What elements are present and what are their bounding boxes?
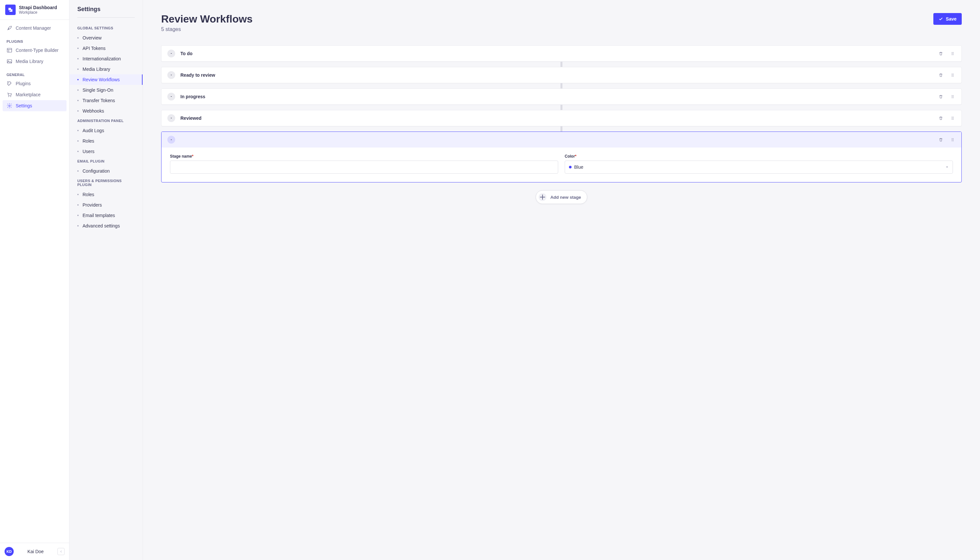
- nav-item-marketplace[interactable]: Marketplace: [3, 89, 67, 100]
- settings-item-label: Email templates: [83, 213, 115, 218]
- settings-item-roles[interactable]: Roles: [70, 189, 143, 200]
- settings-section-header: USERS & PERMISSIONS PLUGIN: [70, 176, 143, 189]
- settings-item-label: Overview: [83, 35, 101, 40]
- nav-item-content-type-builder[interactable]: Content-Type Builder: [3, 45, 67, 56]
- stage-connector: [561, 62, 562, 67]
- settings-item-label: API Tokens: [83, 46, 106, 51]
- layout-icon: [7, 47, 12, 53]
- feather-icon: [7, 25, 12, 31]
- drag-handle[interactable]: [950, 115, 955, 121]
- avatar[interactable]: KD: [5, 547, 14, 556]
- stage-card: To do: [161, 45, 962, 62]
- drag-handle[interactable]: [950, 72, 955, 78]
- drag-handle[interactable]: [950, 94, 955, 100]
- add-stage-button[interactable]: Add new stage: [536, 190, 587, 204]
- settings-item-webhooks[interactable]: Webhooks: [70, 106, 143, 116]
- stage-header: In progress: [161, 89, 962, 105]
- color-swatch: [569, 166, 572, 168]
- bullet-icon: [77, 140, 78, 142]
- settings-item-label: Transfer Tokens: [83, 98, 115, 103]
- stage-card-expanded: Stage name* Color* Blue: [161, 132, 962, 182]
- nav-item-label: Media Library: [16, 59, 43, 64]
- user-name: Kai Doe: [18, 549, 53, 554]
- trash-icon: [938, 137, 943, 142]
- puzzle-icon: [7, 81, 12, 87]
- stage-name-label: To do: [180, 51, 933, 56]
- plus-icon: [539, 173, 546, 222]
- bullet-icon: [77, 37, 78, 38]
- collapse-nav-button[interactable]: [57, 548, 65, 555]
- nav-item-plugins[interactable]: Plugins: [3, 78, 67, 89]
- page-title: Review Workflows: [161, 13, 253, 25]
- settings-item-configuration[interactable]: Configuration: [70, 166, 143, 176]
- stage-header: Ready to review: [161, 67, 962, 83]
- settings-item-overview[interactable]: Overview: [70, 33, 143, 43]
- stage-name-label: In progress: [180, 94, 933, 99]
- delete-stage-button[interactable]: [938, 72, 944, 78]
- delete-stage-button[interactable]: [938, 94, 944, 100]
- nav-item-settings[interactable]: Settings: [3, 100, 67, 111]
- stage-card: Reviewed: [161, 110, 962, 126]
- stage-expand-toggle[interactable]: [167, 71, 175, 79]
- settings-item-api-tokens[interactable]: API Tokens: [70, 43, 143, 53]
- settings-item-providers[interactable]: Providers: [70, 200, 143, 210]
- settings-item-internationalization[interactable]: Internationalization: [70, 53, 143, 64]
- settings-item-advanced-settings[interactable]: Advanced settings: [70, 221, 143, 231]
- stage-expand-toggle[interactable]: [167, 50, 175, 57]
- bullet-icon: [77, 170, 78, 172]
- settings-item-label: Webhooks: [83, 108, 104, 113]
- settings-section-header: GLOBAL SETTINGS: [70, 23, 143, 33]
- nav-item-content-manager[interactable]: Content Manager: [3, 23, 67, 33]
- stage-connector: [561, 126, 562, 132]
- page-header: Review Workflows 5 stages Save: [161, 13, 962, 32]
- stage-name-input[interactable]: [170, 160, 558, 173]
- nav-item-label: Content-Type Builder: [16, 48, 59, 53]
- brand-header: Strapi Dashboard Workplace: [0, 0, 69, 20]
- settings-item-roles[interactable]: Roles: [70, 136, 143, 146]
- stage-collapse-toggle[interactable]: [167, 136, 175, 143]
- delete-stage-button[interactable]: [938, 115, 944, 121]
- caret-down-icon: [170, 117, 173, 120]
- plus-circle-icon: [539, 193, 546, 201]
- drag-icon: [950, 137, 955, 142]
- primary-nav-body: Content ManagerPLUGINSContent-Type Build…: [0, 20, 69, 543]
- stage-expand-toggle[interactable]: [167, 93, 175, 100]
- settings-item-audit-logs[interactable]: Audit Logs: [70, 125, 143, 136]
- stage-actions: [938, 115, 955, 121]
- drag-icon: [950, 73, 955, 77]
- delete-stage-button[interactable]: [938, 137, 944, 143]
- settings-item-transfer-tokens[interactable]: Transfer Tokens: [70, 95, 143, 106]
- bullet-icon: [77, 225, 78, 227]
- gear-icon: [7, 103, 12, 109]
- settings-item-label: Single Sign-On: [83, 87, 113, 93]
- nav-item-media-library[interactable]: Media Library: [3, 56, 67, 67]
- caret-up-icon: [170, 138, 173, 141]
- drag-icon: [950, 116, 955, 120]
- settings-item-review-workflows[interactable]: Review Workflows: [70, 74, 143, 85]
- save-button[interactable]: Save: [933, 13, 962, 25]
- stage-connector: [561, 105, 562, 110]
- settings-item-label: Media Library: [83, 67, 110, 72]
- stage-header: To do: [161, 46, 962, 62]
- stage-expand-toggle[interactable]: [167, 114, 175, 122]
- settings-item-single-sign-on[interactable]: Single Sign-On: [70, 85, 143, 95]
- settings-item-label: Providers: [83, 202, 102, 208]
- settings-item-media-library[interactable]: Media Library: [70, 64, 143, 74]
- delete-stage-button[interactable]: [938, 51, 944, 57]
- main-content: Review Workflows 5 stages Save To do Rea…: [143, 0, 980, 560]
- settings-item-label: Review Workflows: [83, 77, 120, 82]
- stage-color-select[interactable]: Blue: [565, 160, 953, 173]
- stage-actions: [938, 94, 955, 100]
- settings-item-users[interactable]: Users: [70, 146, 143, 157]
- stage-header: [161, 132, 962, 148]
- drag-handle[interactable]: [950, 51, 955, 57]
- brand-logo: [5, 5, 16, 15]
- caret-down-icon: [170, 52, 173, 55]
- settings-item-email-templates[interactable]: Email templates: [70, 210, 143, 221]
- drag-handle[interactable]: [950, 137, 955, 143]
- save-button-label: Save: [946, 16, 957, 22]
- divider: [77, 17, 135, 18]
- stage-card: In progress: [161, 88, 962, 105]
- bullet-icon: [77, 215, 78, 216]
- page-subtitle: 5 stages: [161, 27, 253, 32]
